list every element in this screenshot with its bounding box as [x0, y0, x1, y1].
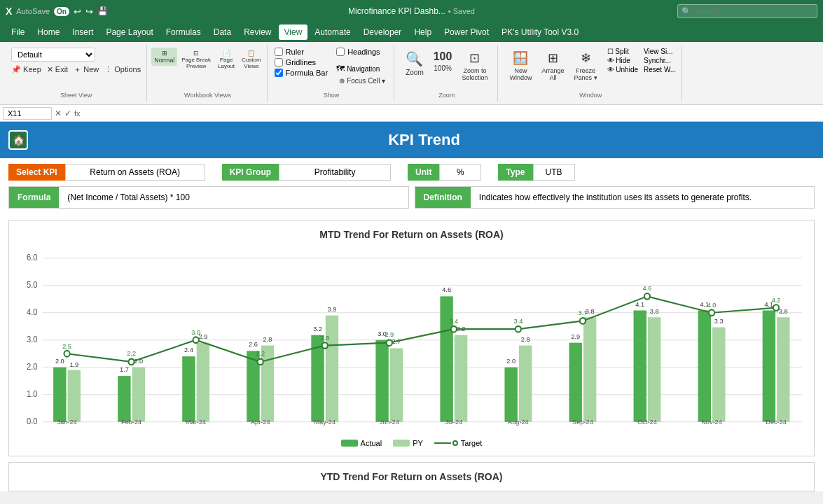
- bar-actual-sep: [569, 343, 582, 422]
- target-dot-feb: [129, 359, 134, 365]
- svg-text:Sep-24: Sep-24: [572, 418, 593, 426]
- type-button[interactable]: Type: [498, 164, 532, 181]
- menu-insert[interactable]: Insert: [67, 24, 99, 40]
- redo-icon[interactable]: ↪: [85, 6, 93, 17]
- svg-text:3.8: 3.8: [779, 307, 788, 315]
- formula-bar-checkbox[interactable]: [275, 69, 283, 77]
- menu-home[interactable]: Home: [32, 24, 65, 40]
- bar-py-may: [326, 316, 338, 422]
- menu-data[interactable]: Data: [208, 24, 237, 40]
- hide-button[interactable]: 👁 Hide: [607, 57, 638, 64]
- target-dot-may: [322, 342, 328, 349]
- view-side-button[interactable]: View Si...: [644, 48, 676, 55]
- bar-py-dec: [777, 317, 789, 422]
- svg-text:2.8: 2.8: [320, 333, 329, 341]
- menu-file[interactable]: File: [6, 24, 30, 40]
- zoom-100-button[interactable]: 100 100%: [429, 48, 457, 75]
- menu-review[interactable]: Review: [238, 24, 277, 40]
- menu-formulas[interactable]: Formulas: [160, 24, 207, 40]
- synchronize-button[interactable]: Synchr...: [644, 57, 676, 64]
- ruler-checkbox[interactable]: [275, 48, 283, 56]
- type-value[interactable]: UTB: [533, 164, 575, 181]
- title-bar-center: Microfinance KPI Dashb... • Saved: [348, 6, 475, 16]
- bar-py-sep: [583, 317, 596, 422]
- svg-text:Oct-24: Oct-24: [637, 418, 657, 426]
- menu-bar: File Home Insert Page Layout Formulas Da…: [0, 22, 823, 42]
- formula-cancel-icon[interactable]: ✕: [55, 108, 62, 118]
- menu-help[interactable]: Help: [408, 24, 437, 40]
- svg-text:Dec-24: Dec-24: [766, 418, 787, 426]
- page-break-button[interactable]: ⊡ Page BreakPreview: [179, 48, 214, 71]
- menu-pk-tool[interactable]: PK's Utility Tool V3.0: [496, 24, 584, 40]
- cell-reference[interactable]: [3, 107, 52, 120]
- bar-py-nov: [712, 328, 725, 422]
- normal-view-button[interactable]: ⊞ Normal: [151, 48, 177, 66]
- menu-power-pivot[interactable]: Power Pivot: [438, 24, 495, 40]
- custom-views-button[interactable]: 📋 CustomViews: [239, 48, 264, 71]
- formula-bar-checkbox-row: Formula Bar: [275, 69, 328, 77]
- formula-confirm-icon[interactable]: ✓: [64, 108, 71, 118]
- svg-text:3.8: 3.8: [650, 307, 659, 315]
- new-sheet-button[interactable]: ＋ New: [74, 64, 99, 75]
- search-input[interactable]: [677, 4, 817, 18]
- split-button[interactable]: ☐ Split: [607, 48, 638, 55]
- svg-text:4.6: 4.6: [643, 284, 652, 292]
- focus-cell-button[interactable]: ⊕ Focus Cell ▾: [336, 76, 388, 86]
- legend-py: PY: [393, 439, 423, 447]
- svg-text:3.2: 3.2: [313, 324, 322, 332]
- new-window-button[interactable]: 🪟 NewWindow: [505, 48, 536, 84]
- svg-text:2.2: 2.2: [256, 349, 265, 357]
- kpi-value[interactable]: Return on Assets (ROA): [65, 164, 205, 181]
- page-layout-button[interactable]: 📄 PageLayout: [215, 48, 237, 71]
- headings-checkbox[interactable]: [336, 48, 345, 56]
- window-group: 🪟 NewWindow ⊞ ArrangeAll ❄ FreezePanes ▾…: [499, 45, 682, 102]
- bar-actual-feb: [118, 376, 130, 422]
- title-bar-right: 🔍: [480, 4, 817, 18]
- kpi-group-button[interactable]: KPI Group: [222, 164, 279, 181]
- workbook-views-group: ⊞ Normal ⊡ Page BreakPreview 📄 PageLayou…: [148, 45, 267, 102]
- page-layout-icon: 📄: [223, 50, 230, 57]
- headings-label: Headings: [347, 48, 380, 56]
- focus-cell-label: Focus Cell ▾: [347, 77, 385, 85]
- zoom-100-icon: 100: [434, 50, 452, 63]
- gridlines-checkbox[interactable]: [275, 58, 283, 66]
- freeze-panes-button[interactable]: ❄ FreezePanes ▾: [570, 48, 602, 84]
- unit-button[interactable]: Unit: [408, 164, 439, 181]
- undo-icon[interactable]: ↩: [74, 6, 81, 17]
- menu-view[interactable]: View: [279, 24, 308, 40]
- unhide-button[interactable]: 👁 Unhide: [607, 66, 638, 74]
- reset-window-button[interactable]: Reset W...: [644, 66, 676, 74]
- autosave-toggle[interactable]: On: [54, 7, 69, 16]
- formula-input[interactable]: [83, 108, 820, 118]
- zoom-button[interactable]: 🔍 Zoom: [401, 48, 428, 79]
- menu-page-layout[interactable]: Page Layout: [100, 24, 158, 40]
- window-buttons: 🪟 NewWindow ⊞ ArrangeAll ❄ FreezePanes ▾…: [505, 48, 676, 84]
- kpi-group-value[interactable]: Profitability: [279, 164, 391, 181]
- svg-text:2.4: 2.4: [184, 346, 193, 354]
- select-kpi-group: Select KPI Return on Assets (ROA): [8, 164, 205, 181]
- legend-target-line: [434, 442, 451, 444]
- menu-automate[interactable]: Automate: [309, 24, 356, 40]
- unit-group: Unit %: [408, 164, 481, 181]
- save-icon[interactable]: 💾: [97, 6, 108, 16]
- exit-button[interactable]: ✕ Exit: [47, 64, 68, 75]
- options-button[interactable]: ⋮ Options: [104, 64, 141, 75]
- title-bar: X AutoSave On ↩ ↪ 💾 Microfinance KPI Das…: [0, 0, 823, 22]
- svg-text:Jan-24: Jan-24: [57, 418, 77, 426]
- legend-actual-label: Actual: [361, 439, 382, 447]
- svg-text:3.7: 3.7: [579, 309, 588, 316]
- ribbon: Default 📌 Keep ✕ Exit ＋ New ⋮ Options Sh…: [0, 42, 823, 105]
- menu-developer[interactable]: Developer: [358, 24, 408, 40]
- formula-icons: ✕ ✓ fx: [55, 108, 81, 118]
- formula-insert-icon[interactable]: fx: [74, 109, 81, 118]
- keep-button[interactable]: 📌 Keep: [11, 64, 41, 75]
- target-dot-sep: [580, 318, 586, 324]
- window-group-label: Window: [505, 92, 676, 99]
- new-window-icon: 🪟: [513, 50, 528, 66]
- arrange-all-button[interactable]: ⊞ ArrangeAll: [537, 48, 568, 84]
- zoom-selection-button[interactable]: ⊡ Zoom toSelection: [457, 48, 492, 84]
- select-kpi-button[interactable]: Select KPI: [8, 164, 65, 181]
- legend-actual-color: [341, 440, 358, 447]
- sheet-view-dropdown[interactable]: Default: [11, 48, 95, 62]
- unit-value[interactable]: %: [439, 164, 481, 181]
